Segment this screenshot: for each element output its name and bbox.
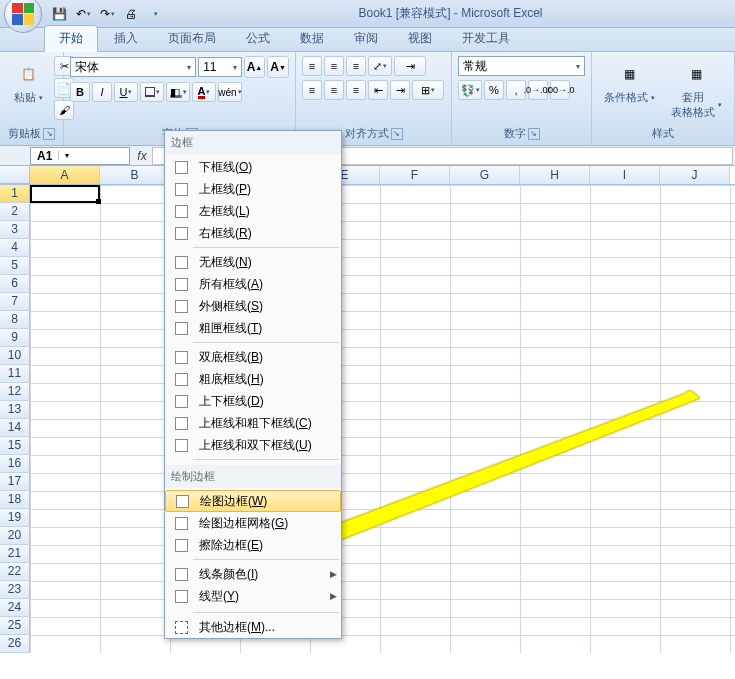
decrease-decimal-button[interactable]: .00→.0	[550, 80, 570, 100]
row-header-14[interactable]: 14	[0, 419, 30, 437]
tab-view[interactable]: 视图	[394, 26, 446, 51]
conditional-formatting-button[interactable]: ▦ 条件格式▾	[598, 56, 661, 126]
save-icon[interactable]: 💾	[48, 3, 70, 25]
column-header-H[interactable]: H	[520, 166, 590, 184]
align-middle-button[interactable]: ≡	[324, 56, 344, 76]
row-header-17[interactable]: 17	[0, 473, 30, 491]
menu-item-border-11[interactable]: 上框线和粗下框线(C)	[165, 412, 341, 434]
row-header-18[interactable]: 18	[0, 491, 30, 509]
row-header-11[interactable]: 11	[0, 365, 30, 383]
accounting-format-button[interactable]: 💱▾	[458, 80, 482, 100]
menu-item-border-10[interactable]: 上下框线(D)	[165, 390, 341, 412]
number-dialog-launcher[interactable]: ↘	[528, 128, 540, 140]
row-header-3[interactable]: 3	[0, 221, 30, 239]
row-header-4[interactable]: 4	[0, 239, 30, 257]
column-header-J[interactable]: J	[660, 166, 730, 184]
tab-home[interactable]: 开始	[44, 25, 98, 52]
fx-icon[interactable]: fx	[132, 149, 152, 163]
row-header-23[interactable]: 23	[0, 581, 30, 599]
menu-item-draw-2[interactable]: 擦除边框(E)	[165, 534, 341, 556]
increase-indent-button[interactable]: ⇥	[390, 80, 410, 100]
align-left-button[interactable]: ≡	[302, 80, 322, 100]
font-color-button[interactable]: A▾	[192, 82, 216, 102]
row-header-5[interactable]: 5	[0, 257, 30, 275]
row-header-10[interactable]: 10	[0, 347, 30, 365]
row-header-19[interactable]: 19	[0, 509, 30, 527]
row-header-26[interactable]: 26	[0, 635, 30, 653]
clipboard-dialog-launcher[interactable]: ↘	[43, 128, 55, 140]
menu-item-border-12[interactable]: 上框线和双下框线(U)	[165, 434, 341, 456]
row-header-16[interactable]: 16	[0, 455, 30, 473]
menu-item-border-6[interactable]: 外侧框线(S)	[165, 295, 341, 317]
row-header-12[interactable]: 12	[0, 383, 30, 401]
merge-center-button[interactable]: ⊞▾	[412, 80, 444, 100]
align-bottom-button[interactable]: ≡	[346, 56, 366, 76]
tab-data[interactable]: 数据	[286, 26, 338, 51]
tab-developer[interactable]: 开发工具	[448, 26, 524, 51]
menu-item-border-3[interactable]: 右框线(R)	[165, 222, 341, 244]
undo-icon[interactable]: ↶▾	[72, 3, 94, 25]
row-header-6[interactable]: 6	[0, 275, 30, 293]
menu-item-border-2[interactable]: 左框线(L)	[165, 200, 341, 222]
column-header-F[interactable]: F	[380, 166, 450, 184]
row-header-21[interactable]: 21	[0, 545, 30, 563]
menu-item-border-1[interactable]: 上框线(P)	[165, 178, 341, 200]
menu-item-draw-0[interactable]: 绘图边框(W)	[165, 490, 341, 512]
redo-icon[interactable]: ↷▾	[96, 3, 118, 25]
column-header-G[interactable]: G	[450, 166, 520, 184]
row-header-20[interactable]: 20	[0, 527, 30, 545]
row-header-15[interactable]: 15	[0, 437, 30, 455]
tab-review[interactable]: 审阅	[340, 26, 392, 51]
menu-item-draw-1[interactable]: 绘图边框网格(G)	[165, 512, 341, 534]
tab-insert[interactable]: 插入	[100, 26, 152, 51]
fill-color-button[interactable]: ◧▾	[166, 82, 190, 102]
font-size-combo[interactable]: 11▾	[198, 57, 241, 77]
paste-button[interactable]: 📋 粘贴▾	[6, 56, 50, 126]
name-box[interactable]: A1 ▾	[30, 147, 130, 165]
row-header-13[interactable]: 13	[0, 401, 30, 419]
decrease-font-button[interactable]: A▼	[267, 56, 289, 78]
wrap-text-button[interactable]: ⇥	[394, 56, 426, 76]
phonetic-button[interactable]: wén▾	[218, 82, 242, 102]
font-name-combo[interactable]: 宋体▾	[70, 57, 196, 77]
tab-page-layout[interactable]: 页面布局	[154, 26, 230, 51]
qat-customize-icon[interactable]: ▾	[144, 3, 166, 25]
menu-item-border-8[interactable]: 双底框线(B)	[165, 346, 341, 368]
menu-item-draw-4[interactable]: 线型(Y)▶	[165, 585, 341, 607]
menu-item-border-0[interactable]: 下框线(O)	[165, 156, 341, 178]
menu-item-draw-3[interactable]: 线条颜色(I)▶	[165, 563, 341, 585]
fill-handle[interactable]	[96, 199, 101, 204]
row-header-25[interactable]: 25	[0, 617, 30, 635]
tab-formulas[interactable]: 公式	[232, 26, 284, 51]
percent-button[interactable]: %	[484, 80, 504, 100]
print-preview-icon[interactable]: 🖨	[120, 3, 142, 25]
column-header-A[interactable]: A	[30, 166, 100, 184]
decrease-indent-button[interactable]: ⇤	[368, 80, 388, 100]
align-right-button[interactable]: ≡	[346, 80, 366, 100]
align-center-button[interactable]: ≡	[324, 80, 344, 100]
cells-area[interactable]	[30, 185, 735, 653]
row-header-8[interactable]: 8	[0, 311, 30, 329]
row-header-9[interactable]: 9	[0, 329, 30, 347]
row-header-24[interactable]: 24	[0, 599, 30, 617]
name-box-dropdown-icon[interactable]: ▾	[58, 151, 74, 160]
menu-item-border-7[interactable]: 粗匣框线(T)	[165, 317, 341, 339]
select-all-corner[interactable]	[0, 166, 30, 184]
menu-item-border-9[interactable]: 粗底框线(H)	[165, 368, 341, 390]
format-as-table-button[interactable]: ▦ 套用 表格格式▾	[665, 56, 728, 126]
row-header-22[interactable]: 22	[0, 563, 30, 581]
menu-item-more-borders[interactable]: 其他边框(M)...	[165, 616, 341, 638]
row-header-1[interactable]: 1	[0, 185, 30, 203]
menu-item-border-4[interactable]: 无框线(N)	[165, 251, 341, 273]
column-header-I[interactable]: I	[590, 166, 660, 184]
underline-button[interactable]: U▾	[114, 82, 138, 102]
menu-item-border-5[interactable]: 所有框线(A)	[165, 273, 341, 295]
row-header-2[interactable]: 2	[0, 203, 30, 221]
column-header-B[interactable]: B	[100, 166, 170, 184]
alignment-dialog-launcher[interactable]: ↘	[391, 128, 403, 140]
bold-button[interactable]: B	[70, 82, 90, 102]
border-button[interactable]: ▾	[140, 82, 164, 102]
number-format-combo[interactable]: 常规▾	[458, 56, 585, 76]
italic-button[interactable]: I	[92, 82, 112, 102]
increase-font-button[interactable]: A▲	[244, 56, 266, 78]
